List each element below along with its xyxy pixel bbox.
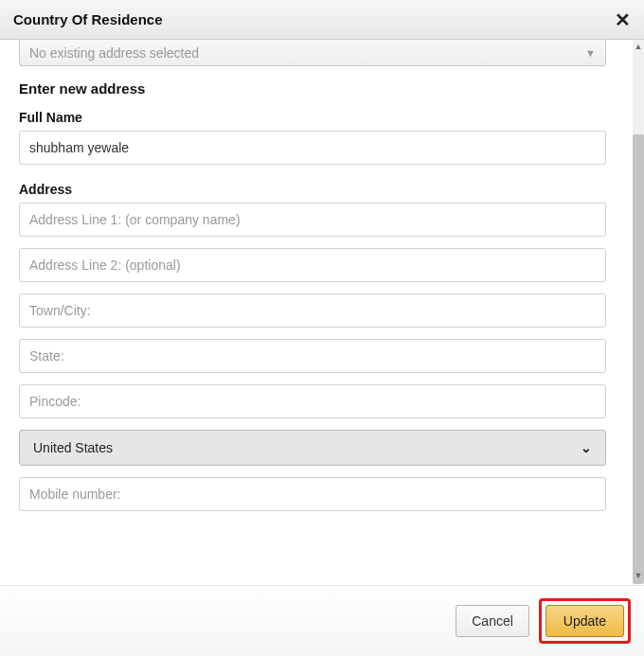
scroll-wrap: No existing address selected ▼ Enter new… <box>0 40 644 585</box>
full-name-label: Full Name <box>19 110 614 125</box>
close-icon[interactable]: ✕ <box>615 9 631 31</box>
chevron-down-icon: ▼ <box>585 47 596 59</box>
modal-header: Country Of Residence ✕ <box>0 0 644 40</box>
modal-title: Country Of Residence <box>13 11 163 27</box>
country-value: United States <box>33 440 113 455</box>
scroll-up-icon[interactable]: ▲ <box>634 42 643 51</box>
cancel-button[interactable]: Cancel <box>456 605 529 637</box>
country-select[interactable]: United States ⌄ <box>19 430 606 466</box>
scrollbar-thumb[interactable] <box>633 134 644 584</box>
chevron-down-icon: ⌄ <box>581 440 592 455</box>
mobile-input[interactable] <box>19 477 606 511</box>
address-line1-input[interactable] <box>19 203 606 237</box>
update-highlight: Update <box>539 598 631 644</box>
address-line2-input[interactable] <box>19 248 606 282</box>
modal-footer: Cancel Update <box>0 585 644 656</box>
state-input[interactable] <box>19 339 606 373</box>
address-label: Address <box>19 182 614 197</box>
existing-address-value: No existing address selected <box>29 45 199 61</box>
pincode-input[interactable] <box>19 384 606 418</box>
city-input[interactable] <box>19 293 606 328</box>
scrollbar-track[interactable]: ▲ ▼ <box>633 40 644 582</box>
modal-content: No existing address selected ▼ Enter new… <box>0 40 633 585</box>
update-button[interactable]: Update <box>546 605 624 637</box>
existing-address-select[interactable]: No existing address selected ▼ <box>19 40 606 66</box>
scroll-down-icon[interactable]: ▼ <box>634 571 643 580</box>
section-heading: Enter new address <box>19 80 614 97</box>
full-name-input[interactable] <box>19 131 606 165</box>
